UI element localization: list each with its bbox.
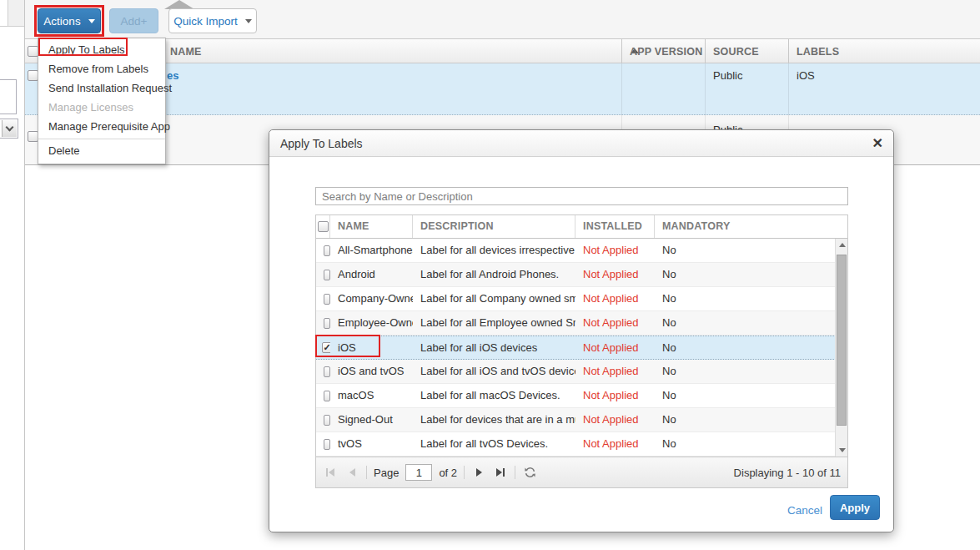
column-header-source[interactable]: SOURCE	[713, 46, 759, 58]
refresh-icon[interactable]	[522, 465, 537, 480]
row-checkbox[interactable]	[324, 391, 330, 401]
actions-button[interactable]: Actions	[38, 8, 101, 33]
label-mandatory: No	[655, 360, 847, 383]
caret-down-icon	[245, 19, 252, 23]
apply-to-labels-dialog: Apply To Labels ✕ NAME DESCRIPTION INSTA…	[269, 129, 894, 532]
label-name: iOS	[330, 336, 413, 359]
labels-table-header: NAME DESCRIPTION INSTALLED MANDATORY	[316, 215, 847, 239]
column-header-app-version[interactable]: APP VERSION	[630, 46, 702, 58]
displaying-count-text: Displaying 1 - 10 of 11	[734, 467, 841, 479]
row-checkbox[interactable]	[324, 245, 330, 256]
dialog-title: Apply To Labels	[280, 137, 363, 150]
first-page-button	[323, 465, 338, 480]
label-row[interactable]: Company-OwnedLabel for all Company owned…	[316, 287, 847, 311]
next-page-button[interactable]	[471, 465, 486, 480]
label-name: macOS	[330, 384, 413, 407]
label-installed-status: Not Applied	[575, 239, 655, 262]
label-name: All-Smartphones	[330, 239, 413, 262]
label-description: Label for all Employee owned Smartph...	[413, 311, 575, 335]
add-button-label: Add+	[121, 15, 148, 28]
label-installed-status: Not Applied	[575, 311, 655, 335]
quick-import-button[interactable]: Quick Import	[168, 8, 257, 33]
page-label: Page	[374, 467, 399, 479]
page-number-input[interactable]	[405, 464, 432, 481]
label-mandatory: No	[655, 263, 847, 286]
row-checkbox[interactable]	[324, 439, 330, 450]
menu-item[interactable]: Manage Prerequisite App	[38, 117, 165, 136]
menu-item[interactable]: Apply To Labels	[38, 40, 165, 59]
column-header-installed[interactable]: INSTALLED	[575, 215, 655, 238]
column-header-name[interactable]: NAME	[330, 215, 413, 238]
scroll-up-icon[interactable]	[836, 239, 848, 251]
menu-item[interactable]: Send Installation Request	[38, 78, 165, 98]
column-header-name[interactable]: NAME	[170, 46, 202, 58]
label-name: tvOS	[330, 432, 413, 456]
close-icon[interactable]: ✕	[872, 135, 883, 151]
left-filter-select-fragment[interactable]	[0, 119, 18, 139]
labels-table-body: All-SmartphonesLabel for all devices irr…	[316, 239, 847, 457]
label-row[interactable]: ✓iOSLabel for all iOS devicesNot Applied…	[316, 336, 847, 360]
label-description: Label for all devices irrespective of OS	[413, 239, 575, 262]
label-name: Employee-Owned	[330, 311, 413, 335]
app-screen: Actions Add+ Quick Import NAME APP VERSI…	[0, 0, 980, 550]
menu-item: Manage Licenses	[38, 98, 165, 117]
app-labels: iOS	[797, 69, 815, 82]
left-panel-divider	[0, 26, 24, 27]
label-description: Label for all Android Phones.	[413, 263, 575, 286]
actions-menu: Apply To LabelsRemove from LabelsSend In…	[38, 38, 166, 164]
left-filter-input-fragment[interactable]	[0, 79, 17, 114]
row-checkbox[interactable]	[324, 366, 330, 377]
left-panel-divider	[8, 0, 8, 26]
row-checkbox[interactable]	[324, 318, 330, 329]
select-all-checkbox[interactable]	[318, 221, 329, 232]
dialog-header: Apply To Labels ✕	[269, 130, 893, 157]
label-row[interactable]: Signed-OutLabel for devices that are in …	[316, 408, 847, 432]
scroll-down-icon[interactable]	[836, 444, 848, 457]
row-checkbox[interactable]	[324, 294, 330, 305]
cancel-button[interactable]: Cancel	[787, 504, 822, 517]
menu-item[interactable]: Remove from Labels	[38, 59, 165, 78]
quick-import-label: Quick Import	[173, 15, 238, 28]
label-description: Label for all macOS Devices.	[413, 384, 575, 407]
label-mandatory: No	[655, 408, 847, 431]
label-row[interactable]: tvOSLabel for all tvOS Devices.Not Appli…	[316, 432, 847, 457]
vertical-scrollbar[interactable]	[835, 239, 847, 457]
column-header-description[interactable]: DESCRIPTION	[413, 215, 575, 238]
label-name: iOS and tvOS	[330, 360, 413, 383]
actions-button-label: Actions	[43, 15, 80, 28]
search-input[interactable]	[315, 187, 848, 205]
label-mandatory: No	[655, 384, 847, 407]
label-row[interactable]: macOSLabel for all macOS Devices.Not App…	[316, 384, 847, 408]
caret-down-icon	[88, 19, 95, 23]
label-description: Label for all iOS devices	[413, 336, 575, 359]
add-button: Add+	[109, 8, 158, 33]
label-name: Signed-Out	[330, 408, 413, 431]
label-name: Android	[330, 263, 413, 286]
label-mandatory: No	[655, 336, 847, 359]
menu-item[interactable]: Delete	[38, 139, 165, 160]
label-installed-status: Not Applied	[575, 360, 655, 383]
column-header-labels[interactable]: LABELS	[797, 46, 839, 58]
pagination-bar: Page of 2 Displaying 1 - 10 of 11	[316, 457, 847, 487]
label-description: Label for all Company owned smartpho...	[413, 287, 575, 310]
scrollbar-thumb[interactable]	[837, 255, 847, 426]
label-mandatory: No	[655, 432, 847, 456]
chevron-down-icon[interactable]	[2, 120, 17, 137]
label-mandatory: No	[655, 311, 847, 335]
label-mandatory: No	[655, 287, 847, 310]
label-row[interactable]: iOS and tvOSLabel for all iOS and tvOS d…	[316, 360, 847, 384]
row-checkbox[interactable]	[324, 270, 330, 280]
label-row[interactable]: All-SmartphonesLabel for all devices irr…	[316, 239, 847, 263]
label-row[interactable]: AndroidLabel for all Android Phones.Not …	[316, 263, 847, 287]
row-checkbox[interactable]	[324, 415, 330, 426]
actions-menu-list: Apply To LabelsRemove from LabelsSend In…	[38, 40, 165, 160]
label-row[interactable]: Employee-OwnedLabel for all Employee own…	[316, 311, 847, 336]
last-page-button[interactable]	[493, 465, 508, 480]
row-checkbox[interactable]: ✓	[322, 342, 330, 353]
column-header-mandatory[interactable]: MANDATORY	[655, 215, 847, 238]
page-of-label: of 2	[439, 467, 457, 479]
previous-page-button	[344, 465, 359, 480]
apply-button[interactable]: Apply	[830, 495, 880, 520]
label-installed-status: Not Applied	[575, 336, 655, 359]
label-installed-status: Not Applied	[575, 432, 655, 456]
